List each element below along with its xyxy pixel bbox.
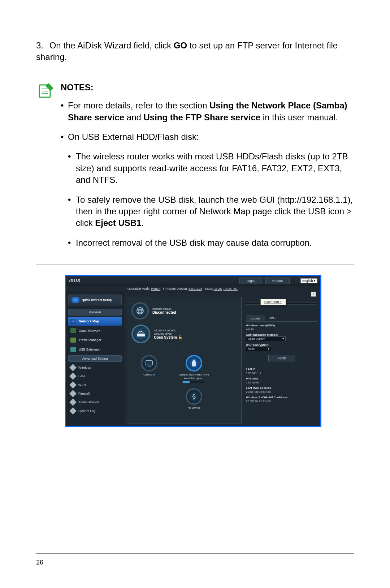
wep-label: WEP Encryption:: [246, 343, 317, 347]
sidebar-item-traffic-manager[interactable]: Traffic Manager: [68, 336, 122, 344]
right-panel: × Eject USB 1 2.4GHz 5GHz Wireless name(…: [244, 292, 320, 425]
quick-internet-setup[interactable]: Quick Internet Setup: [68, 295, 122, 305]
available-space-bar: [182, 381, 205, 383]
sidebar-item-usb-extension[interactable]: USB Extension: [68, 345, 122, 354]
step-3: 3. On the AiDisk Wizard field, click GO …: [36, 40, 354, 63]
lanip-label: LAN IP: [246, 368, 317, 371]
router-icon: [135, 330, 146, 338]
wrench-icon: [69, 373, 77, 380]
page-number: 26: [36, 559, 43, 566]
nodevice-label: No Device: [178, 406, 210, 410]
svg-rect-10: [137, 334, 145, 336]
notes-title: NOTES:: [61, 82, 354, 93]
sidebar-item-guest-network[interactable]: Guest Network: [68, 326, 122, 335]
usb-drive-icon: [191, 359, 197, 367]
note-bullet-1: For more details, refer to the section U…: [61, 100, 354, 123]
close-icon[interactable]: ×: [311, 292, 316, 297]
asus-logo: /SUS: [69, 278, 81, 283]
usb-ext-icon: [70, 347, 76, 352]
sidebar-item-wireless[interactable]: Wireless: [68, 363, 122, 372]
monitor-icon: [145, 360, 153, 366]
wrench-icon: [69, 407, 77, 415]
wrench-icon: [69, 364, 77, 371]
sidebar-item-firewall[interactable]: Firewall: [68, 389, 122, 398]
clients-node[interactable]: [141, 355, 157, 372]
reboot-button[interactable]: Reboot: [265, 278, 290, 284]
available-space-label: Available space:: [178, 377, 210, 380]
pin-label: PIN code: [246, 377, 317, 380]
auth-select[interactable]: Open System▾: [246, 336, 286, 341]
note-sub-a: The wireless router works with most USB …: [68, 151, 354, 186]
wmac-label: Wireless 2.4GHz MAC address: [246, 396, 317, 399]
sidebar-item-administration[interactable]: Administration: [68, 398, 122, 407]
internet-status-value: Disconnected: [152, 310, 176, 314]
wrench-icon: [69, 381, 77, 389]
svg-rect-14: [192, 361, 196, 366]
usb-drive-label: Generic USB Flash Drive: [178, 373, 210, 377]
auth-label: Authentication Method:: [246, 333, 317, 336]
qis-icon: [72, 297, 79, 303]
note-sub-c: Incorrect removal of the USB disk may ca…: [68, 237, 354, 249]
security-value: Open System 🔓: [154, 335, 182, 339]
sidebar-item-system-log[interactable]: System Log: [68, 407, 122, 415]
security-label: Security level:: [154, 332, 182, 335]
apply-button[interactable]: Apply: [268, 355, 295, 361]
usb-icon: [190, 393, 198, 400]
globe-icon: [136, 306, 144, 315]
wmac-value: 20:CF:30:B6:8D:60: [246, 400, 317, 403]
nodevice-node[interactable]: [186, 388, 202, 405]
step-text-a: On the AiDisk Wizard field, click: [49, 40, 174, 50]
network-map-icon: [70, 319, 76, 324]
usb-drive-node[interactable]: [186, 355, 202, 372]
center-panel: Internet status: Disconnected: [124, 292, 244, 425]
eject-usb-tooltip[interactable]: Eject USB 1: [260, 299, 286, 305]
note-icon: [36, 82, 54, 100]
pin-value: 12345670: [246, 381, 317, 384]
sidebar-item-network-map[interactable]: Network Map: [68, 317, 122, 326]
svg-marker-4: [46, 83, 53, 91]
section-general: General: [68, 309, 122, 316]
mac-label: LAN MAC address: [246, 386, 317, 390]
sidebar-item-lan[interactable]: LAN: [68, 372, 122, 381]
lanip-value: 192.168.1.1: [246, 372, 317, 375]
topbar: /SUS Logout Reboot English ▾: [66, 276, 320, 286]
sidebar-item-wan[interactable]: WAN: [68, 381, 122, 389]
router-node[interactable]: [131, 325, 150, 343]
network-tree: Internet status: Disconnected: [127, 297, 242, 424]
router-screenshot: /SUS Logout Reboot English ▾ Operation M…: [65, 275, 321, 427]
operation-mode-link[interactable]: Router: [151, 287, 161, 291]
wrench-icon: [69, 399, 77, 406]
router-model: ASUS RT-AC66U: [154, 329, 182, 332]
wep-select[interactable]: None▾: [246, 347, 271, 351]
note-sub-b: To safely remove the USB disk, launch th…: [68, 194, 354, 229]
wrench-icon: [69, 390, 77, 397]
ssid-label: Wireless name(SSID): [246, 324, 317, 327]
mac-value: 20:CF:30:B6:8D:60: [246, 390, 317, 394]
note-bullet-2: On USB External HDD/Flash disk: The wire…: [61, 131, 354, 249]
firmware-link[interactable]: 3.0.0.1.28: [188, 287, 202, 291]
step-bold: GO: [174, 40, 187, 50]
logout-button[interactable]: Logout: [239, 278, 263, 284]
internet-status-label: Internet status:: [152, 307, 176, 310]
notes-block: NOTES: For more details, refer to the se…: [36, 75, 354, 265]
language-select[interactable]: English ▾: [300, 278, 317, 283]
svg-marker-19: [193, 393, 195, 395]
step-number: 3.: [36, 40, 47, 51]
internet-node[interactable]: [131, 302, 149, 319]
footer-rule: [36, 553, 354, 554]
clients-label: Clients: 6: [133, 373, 165, 377]
section-advanced: Advanced Setting: [68, 355, 122, 362]
svg-rect-13: [193, 360, 195, 361]
svg-rect-11: [146, 361, 152, 365]
guest-icon: [70, 328, 76, 333]
tab-5ghz[interactable]: 5GHz: [265, 316, 281, 321]
ssid-value: ASUS: [246, 328, 317, 331]
sidebar: Quick Internet Setup General Network Map…: [66, 292, 124, 425]
info-bar: Operation Mode: Router Firmware Version:…: [66, 286, 320, 292]
traffic-icon: [70, 338, 76, 343]
tab-24ghz[interactable]: 2.4GHz: [246, 316, 265, 321]
wifi-band-tabs: 2.4GHz 5GHz: [246, 316, 317, 322]
